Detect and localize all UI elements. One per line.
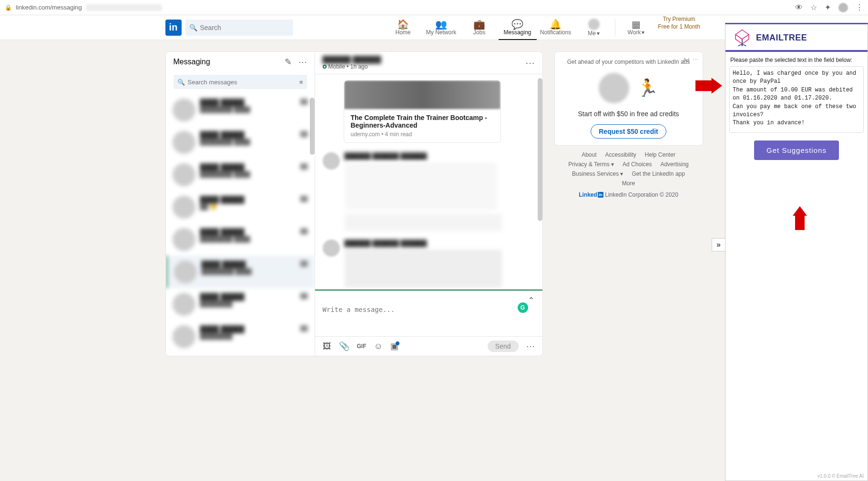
nav-notifications[interactable]: 🔔 Notifications <box>537 15 575 40</box>
emoji-icon[interactable]: ☺ <box>374 341 383 351</box>
message-content <box>345 162 497 210</box>
nav-separator <box>615 19 615 36</box>
nav-me[interactable]: Me▾ <box>575 15 613 40</box>
conversation-more-icon[interactable]: ⋯ <box>525 57 535 69</box>
nav-network-label: My Network <box>426 29 456 36</box>
emailtree-instruction: Please paste the selected text in the fi… <box>725 52 868 66</box>
footer-getapp[interactable]: Get the LinkedIn app <box>632 170 684 177</box>
gif-button[interactable]: GIF <box>357 343 367 350</box>
emailtree-brand: EMAILTREE <box>756 33 807 43</box>
compose-input[interactable] <box>323 306 535 334</box>
ad-label: Ad ⋯ <box>683 57 697 63</box>
footer-business[interactable]: Business Services ▾ <box>572 170 623 177</box>
emailtree-tree-icon <box>732 29 752 46</box>
annotation-arrow <box>695 77 722 94</box>
grid-icon: ▦ <box>632 20 641 29</box>
people-icon: 👥 <box>435 20 447 29</box>
try-premium-link[interactable]: Try Premium Free for 1 Month <box>655 15 703 40</box>
url-text: linkedin.com/messaging <box>16 4 82 11</box>
emailtree-collapse-handle[interactable]: » <box>712 238 725 251</box>
bell-icon: 🔔 <box>550 20 562 29</box>
compose-icon[interactable]: ✎ <box>285 57 292 67</box>
footer-more[interactable]: More <box>622 180 635 187</box>
send-button[interactable]: Send <box>488 341 519 352</box>
chat-icon: 💬 <box>511 20 523 29</box>
footer-accessibility[interactable]: Accessibility <box>605 151 636 158</box>
nav-network[interactable]: 👥 My Network <box>422 15 460 40</box>
star-icon[interactable]: ☆ <box>810 3 817 12</box>
expand-compose-icon[interactable]: ⌃ <box>528 295 535 306</box>
menu-dots-icon[interactable]: ⋮ <box>856 3 863 12</box>
ad-headline: Get ahead of your competitors with Linke… <box>562 59 696 65</box>
conversation-item[interactable]: ████ █████████████ ██████ <box>166 223 315 256</box>
nav-jobs[interactable]: 💼 Jobs <box>460 15 499 40</box>
footer-adchoices[interactable]: Ad Choices <box>623 161 652 168</box>
attachment-icon[interactable]: 📎 <box>339 341 349 351</box>
nav-messaging-label: Messaging <box>503 29 531 36</box>
footer-advertising[interactable]: Advertising <box>660 161 688 168</box>
extensions-icon[interactable]: ✦ <box>825 3 831 12</box>
status-text: Mobile • 1h ago <box>328 63 368 70</box>
footer-about[interactable]: About <box>582 151 596 158</box>
emailtree-logo: EMAILTREE <box>725 24 868 52</box>
grammarly-icon[interactable]: G <box>518 302 528 313</box>
more-icon[interactable]: ⋯ <box>298 57 307 67</box>
conversation-item-selected[interactable]: ████ █████████████ ██████ <box>166 256 315 288</box>
url-blur <box>86 4 162 11</box>
conversation-list: Messaging ✎ ⋯ 🔍 ≡ ████ █████████████ <box>166 52 315 356</box>
footer-help[interactable]: Help Center <box>645 151 675 158</box>
scrollbar[interactable] <box>538 78 542 221</box>
message-block: ██████ ██████ ██████ <box>323 152 535 231</box>
shared-article-card[interactable]: The Complete Train the Trainer Bootcamp … <box>344 80 501 143</box>
global-search[interactable]: 🔍 <box>185 20 293 36</box>
annotation-arrow <box>791 206 808 230</box>
conversation-item[interactable]: ████ █████████████ ██████ <box>166 159 315 191</box>
filter-icon[interactable]: ≡ <box>299 79 303 86</box>
nav-work-label: Work▾ <box>628 29 645 36</box>
nav-home[interactable]: 🏠 Home <box>384 15 422 40</box>
nav-me-label: Me▾ <box>588 30 600 37</box>
compose-toolbar: 🖼 📎 GIF ☺ ▣ Send ⋯ <box>315 336 542 356</box>
browser-address-bar: 🔒 linkedin.com/messaging 👁 ☆ ✦ ⋮ <box>0 0 868 15</box>
emailtree-panel: EMAILTREE Please paste the selected text… <box>725 23 868 356</box>
video-icon[interactable]: ▣ <box>390 341 402 351</box>
conversation-item[interactable]: ████ ███████████████ <box>166 288 315 321</box>
article-title: The Complete Train the Trainer Bootcamp … <box>351 114 494 129</box>
footer-links: About Accessibility Help Center Privacy … <box>554 151 703 198</box>
contact-name: ██████ ██████ <box>323 56 381 63</box>
conversation-pane: ██████ ██████ Mobile • 1h ago ⋯ The Comp… <box>315 52 542 356</box>
nav-work[interactable]: ▦ Work▾ <box>617 15 655 40</box>
ad-more-icon[interactable]: ⋯ <box>693 57 698 63</box>
nav-notifications-label: Notifications <box>540 29 571 36</box>
image-icon[interactable]: 🖼 <box>323 341 331 351</box>
conversation-item[interactable]: ████ █████████████ ██████ <box>166 126 315 159</box>
nav-jobs-label: Jobs <box>473 29 485 36</box>
me-avatar-icon <box>588 19 600 30</box>
nav-messaging[interactable]: 💬 Messaging <box>499 15 537 40</box>
eye-off-icon[interactable]: 👁 <box>795 3 803 12</box>
search-input[interactable] <box>200 24 289 31</box>
message-search[interactable]: 🔍 ≡ <box>174 75 307 89</box>
conversation-item[interactable]: ████ █████████████ ██████ <box>166 94 315 126</box>
search-icon: 🔍 <box>189 24 197 31</box>
sender-avatar <box>323 152 340 170</box>
runner-icon: 🏃 <box>637 78 658 98</box>
get-suggestions-button[interactable]: Get Suggestions <box>754 140 839 160</box>
message-search-input[interactable] <box>188 79 299 86</box>
footer-corp: Linkedin LinkedIn Corporation © 2020 <box>554 191 703 198</box>
compose-more-icon[interactable]: ⋯ <box>526 341 535 351</box>
profile-avatar[interactable] <box>838 3 848 12</box>
message-block: ██████ ██████ ██████ <box>323 240 535 288</box>
ad-cta-button[interactable]: Request $50 credit <box>591 124 666 139</box>
article-image <box>344 80 500 109</box>
conversation-item[interactable]: ████ ███████ 😊██ <box>166 191 315 223</box>
linkedin-logo[interactable]: in <box>165 20 182 36</box>
conversation-body[interactable]: The Complete Train the Trainer Bootcamp … <box>315 74 542 290</box>
conversation-item[interactable]: ████ ███████████████ <box>166 321 315 353</box>
ad-line: Start off with $50 in free ad credits <box>562 110 696 118</box>
emailtree-textarea[interactable]: Hello, I was charged once by you and onc… <box>729 66 864 133</box>
svg-marker-1 <box>793 206 807 230</box>
conversation-items[interactable]: ████ █████████████ ██████ ████ █████████… <box>166 94 315 356</box>
footer-privacy[interactable]: Privacy & Terms ▾ <box>568 161 614 168</box>
status-dot-icon <box>323 65 327 69</box>
